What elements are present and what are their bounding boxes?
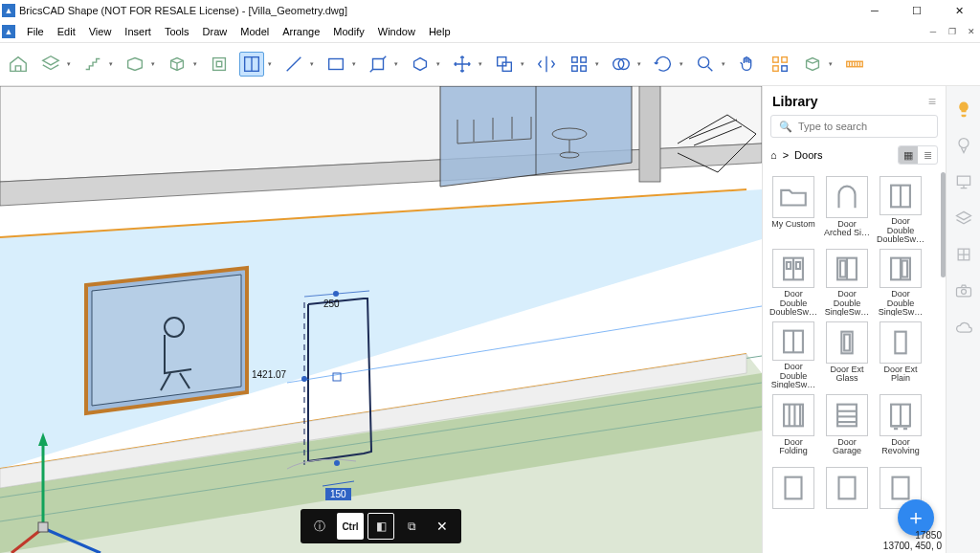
tool-line-icon[interactable] [281,52,306,77]
library-scrollbar[interactable] [941,172,946,553]
caret-icon[interactable]: ▾ [720,60,727,68]
tool-push-icon[interactable] [207,52,232,77]
dimension-base[interactable]: 150 [325,488,351,500]
window-maximize-button[interactable]: ☐ [896,0,938,21]
library-menu-icon[interactable]: ≡ [928,94,936,109]
hud-mode-edge-icon[interactable]: ⧉ [398,513,425,540]
breadcrumb-current[interactable]: Doors [794,149,822,161]
caret-icon[interactable]: ▾ [434,60,442,68]
svg-rect-28 [639,86,660,182]
library-item[interactable]: Door Revolving [876,394,925,461]
hud-mode-center-icon[interactable]: ◧ [368,513,394,540]
svg-rect-8 [581,66,587,72]
tool-layers-icon[interactable] [38,52,63,77]
tool-rectangle-icon[interactable] [323,52,348,77]
layers-panel-icon[interactable] [954,209,973,228]
menu-insert[interactable]: Insert [119,23,157,40]
menu-modify[interactable]: Modify [327,23,369,40]
camera-icon[interactable] [954,281,973,300]
menu-file[interactable]: File [21,23,50,40]
library-search[interactable]: 🔍 [770,115,938,138]
tool-measure-icon[interactable] [842,52,867,77]
viewport-3d[interactable]: 250 1421.07 150 ⓘ Ctrl ◧ ⧉ ✕ [0,86,762,553]
menu-arrange[interactable]: Arrange [277,23,325,40]
tool-stairs-icon[interactable] [80,52,105,77]
tool-slab-icon[interactable] [122,52,147,77]
tool-home-icon[interactable] [6,52,31,77]
presentation-icon[interactable] [954,172,973,191]
tips-icon[interactable] [954,100,973,119]
caret-icon[interactable]: ▾ [107,60,115,68]
tool-rotate-icon[interactable] [651,52,676,77]
library-search-input[interactable] [798,121,930,132]
cloud-icon[interactable] [954,318,973,337]
hud-info-icon[interactable]: ⓘ [306,513,333,540]
tool-extrude-icon[interactable] [408,52,433,77]
breadcrumb-home-icon[interactable]: ⌂ [770,149,777,161]
library-item[interactable]: Door Ext Plain [876,321,925,388]
library-item[interactable] [768,467,818,534]
hud-ctrl-button[interactable]: Ctrl [337,513,364,540]
tool-mirror-icon[interactable] [534,52,559,77]
svg-rect-89 [893,477,909,499]
balloon-icon[interactable] [954,136,973,155]
library-item[interactable] [822,467,872,534]
library-item[interactable]: Door Folding [768,394,818,461]
caret-icon[interactable]: ▾ [191,60,199,68]
dimension-height: 1421.07 [252,369,286,380]
library-view-toggle[interactable]: ▦ ≣ [898,145,938,165]
tool-copy-icon[interactable] [492,52,517,77]
library-item[interactable]: Door Double DoubleSw… [876,176,925,243]
tool-union-icon[interactable] [609,52,634,77]
library-thumb [880,176,922,215]
tool-pushpull-icon[interactable] [366,52,390,77]
tool-box-icon[interactable] [165,52,189,77]
caret-icon[interactable]: ▾ [392,60,400,68]
library-item[interactable]: Door Double DoubleSw… [768,249,818,316]
doc-minimize-button[interactable]: ─ [924,27,942,36]
structure-icon[interactable] [954,245,973,264]
library-item[interactable]: Door Arched Si… [822,176,872,243]
tool-zoom-icon[interactable] [693,52,718,77]
tool-array-icon[interactable] [567,52,591,77]
library-item[interactable]: Door Double SingleSw… [768,321,818,388]
window-minimize-button[interactable]: ─ [854,0,896,21]
caret-icon[interactable]: ▾ [827,60,835,68]
caret-icon[interactable]: ▾ [519,60,526,68]
window-close-button[interactable]: ✕ [938,0,980,21]
caret-icon[interactable]: ▾ [350,60,358,68]
tool-materials-icon[interactable] [800,52,825,77]
caret-icon[interactable]: ▾ [149,60,157,68]
menu-model[interactable]: Model [234,23,275,40]
caret-icon[interactable]: ▾ [635,60,643,68]
doc-restore-button[interactable]: ❐ [944,27,961,36]
grid-view-icon[interactable]: ▦ [899,146,918,164]
doc-close-button[interactable]: ✕ [963,27,980,36]
menu-window[interactable]: Window [372,23,421,40]
library-item[interactable]: Door Double SingleSw… [822,249,872,316]
tool-section-icon[interactable] [239,52,264,77]
caret-icon[interactable]: ▾ [678,60,685,68]
library-item[interactable]: Door Double SingleSw… [876,249,925,316]
caret-icon[interactable]: ▾ [477,60,484,68]
hud-close-icon[interactable]: ✕ [429,513,456,540]
menu-tools[interactable]: Tools [159,23,195,40]
library-item[interactable]: Door Ext Glass [822,321,872,388]
menu-edit[interactable]: Edit [52,23,81,40]
svg-rect-61 [787,262,791,269]
library-item[interactable]: Door Garage [822,394,872,461]
caret-icon[interactable]: ▾ [65,60,73,68]
window-title: BricsCAD Shape (NOT FOR RESALE License) … [19,5,347,16]
menu-help[interactable]: Help [423,23,457,40]
tool-move-icon[interactable] [450,52,475,77]
menu-view[interactable]: View [83,23,118,40]
library-item-label: Door Double DoubleSw… [877,217,924,243]
caret-icon[interactable]: ▾ [308,60,316,68]
tool-select-similar-icon[interactable] [768,52,792,77]
list-view-icon[interactable]: ≣ [918,146,937,164]
caret-icon[interactable]: ▾ [266,60,274,68]
library-item[interactable]: My Custom [768,176,818,243]
caret-icon[interactable]: ▾ [593,60,601,68]
tool-pan-icon[interactable] [735,52,760,77]
menu-draw[interactable]: Draw [197,23,234,40]
